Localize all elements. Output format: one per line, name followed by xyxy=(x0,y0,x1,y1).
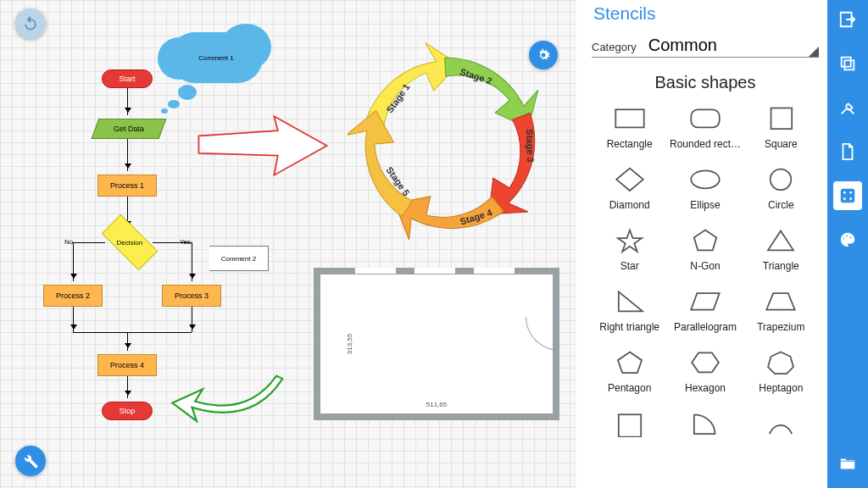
shape-square[interactable]: Square xyxy=(743,101,819,157)
floorplan-height: 313,55 xyxy=(346,334,353,354)
process1-node[interactable]: Process 1 xyxy=(97,175,157,197)
svg-point-15 xyxy=(849,236,851,238)
svg-rect-0 xyxy=(615,109,643,127)
shape-trapezium[interactable]: Trapezium xyxy=(743,284,819,340)
shapes-grid: Rectangle Rounded rect… Square Diamond E… xyxy=(592,101,819,450)
svg-rect-2 xyxy=(771,108,793,130)
comment-cloud[interactable]: Comment 1 xyxy=(170,32,263,83)
tools-icon xyxy=(838,98,857,117)
shape-triangle[interactable]: Triangle xyxy=(743,223,819,279)
shape-hexagon[interactable]: Hexagon xyxy=(667,345,743,401)
floorplan-width: 511,65 xyxy=(426,401,447,408)
undo-icon xyxy=(22,15,39,32)
file-button[interactable] xyxy=(833,137,862,166)
copy-icon xyxy=(838,54,857,73)
connector xyxy=(127,332,128,351)
shape-rectangle[interactable]: Rectangle xyxy=(592,101,667,157)
stencils-icon xyxy=(838,186,857,205)
svg-point-13 xyxy=(843,237,844,239)
export-icon xyxy=(838,10,857,29)
connector xyxy=(73,307,74,332)
stencils-panel: Stencils Category Common Basic shapes Re… xyxy=(576,0,827,488)
process3-node[interactable]: Process 3 xyxy=(162,285,221,307)
shape-star[interactable]: Star xyxy=(592,223,667,279)
svg-point-11 xyxy=(843,197,847,201)
connector xyxy=(192,242,192,281)
connector xyxy=(192,307,192,332)
floorplan[interactable]: 511,65 313,55 xyxy=(314,268,559,420)
floorplan-door xyxy=(526,317,559,351)
svg-point-12 xyxy=(849,197,853,201)
process4-node[interactable]: Process 4 xyxy=(97,354,157,376)
big-outline-arrow[interactable] xyxy=(186,112,339,180)
stencils-title: Stencils xyxy=(593,3,819,24)
curved-arrow[interactable] xyxy=(166,373,293,441)
connector xyxy=(73,332,192,333)
stop-node[interactable]: Stop xyxy=(102,402,153,420)
process2-node[interactable]: Process 2 xyxy=(43,285,103,307)
shape-diamond[interactable]: Diamond xyxy=(592,162,667,218)
palette-button[interactable] xyxy=(833,225,862,254)
connector xyxy=(73,242,105,243)
shape-ellipse[interactable]: Ellipse xyxy=(667,162,743,218)
export-button[interactable] xyxy=(833,5,862,34)
svg-rect-5 xyxy=(618,414,640,436)
undo-button[interactable] xyxy=(15,8,46,39)
floorplan-window xyxy=(414,268,456,274)
palette-icon xyxy=(838,230,857,249)
comment1-text: Comment 1 xyxy=(198,54,233,62)
stencils-button[interactable] xyxy=(833,181,862,210)
svg-point-3 xyxy=(691,170,719,188)
decision-node[interactable]: Decision xyxy=(102,214,158,270)
comment2-box[interactable]: Comment 2 xyxy=(209,246,269,271)
no-label: No xyxy=(64,238,73,246)
connector xyxy=(127,376,128,398)
svg-point-4 xyxy=(771,169,792,191)
svg-point-9 xyxy=(843,191,847,195)
folder-button[interactable] xyxy=(833,449,862,478)
shape-ngon[interactable]: N-Gon xyxy=(667,223,743,279)
connector xyxy=(127,139,128,171)
svg-point-10 xyxy=(849,191,853,195)
folder-icon xyxy=(838,454,857,473)
thought-bubble xyxy=(168,100,180,108)
shape-partial-2[interactable] xyxy=(667,406,743,450)
shape-parallelogram[interactable]: Parallelogram xyxy=(667,284,743,340)
cycle-diagram[interactable] xyxy=(348,42,551,246)
connector xyxy=(127,88,128,115)
getdata-node[interactable]: Get Data xyxy=(92,119,167,139)
category-label: Category xyxy=(592,41,637,53)
canvas-area[interactable]: Comment 1 Start Get Data Process 1 Decis… xyxy=(0,0,576,488)
copy-button[interactable] xyxy=(833,49,862,78)
svg-rect-6 xyxy=(842,58,851,67)
right-toolbar xyxy=(827,0,868,488)
svg-rect-8 xyxy=(841,189,855,203)
thought-bubble xyxy=(161,108,168,114)
start-node[interactable]: Start xyxy=(102,69,153,88)
thought-bubble xyxy=(178,85,197,100)
category-selector[interactable]: Category Common xyxy=(592,36,819,58)
shape-partial-3[interactable] xyxy=(743,406,819,450)
file-icon xyxy=(838,142,857,161)
category-value: Common xyxy=(648,36,819,55)
shape-rounded-rect[interactable]: Rounded rect… xyxy=(667,101,743,157)
connector xyxy=(153,242,192,243)
tools-button[interactable] xyxy=(833,93,862,122)
shape-circle[interactable]: Circle xyxy=(743,162,819,218)
stage3-label: Stage 3 xyxy=(525,129,536,163)
floorplan-window xyxy=(354,268,397,274)
section-title: Basic shapes xyxy=(592,73,819,92)
connector xyxy=(73,242,74,281)
shape-right-triangle[interactable]: Right triangle xyxy=(592,284,667,340)
shape-heptagon[interactable]: Heptagon xyxy=(743,345,819,401)
svg-rect-1 xyxy=(691,109,719,127)
wrench-icon xyxy=(22,452,39,469)
shape-pentagon[interactable]: Pentagon xyxy=(592,345,667,401)
shape-partial-1[interactable] xyxy=(592,406,667,450)
wrench-button[interactable] xyxy=(15,446,46,476)
floorplan-window xyxy=(473,268,515,274)
svg-point-14 xyxy=(846,235,848,236)
svg-rect-7 xyxy=(844,60,854,69)
